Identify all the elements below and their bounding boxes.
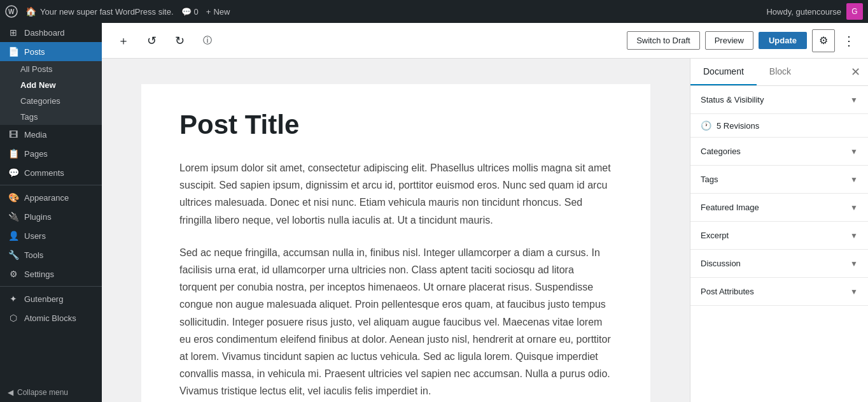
sidebar-item-settings[interactable]: ⚙ Settings xyxy=(0,264,102,284)
plus-icon: + xyxy=(206,7,211,17)
preview-label: Preview xyxy=(715,36,744,45)
toolbar-actions: Switch to Draft Preview Update ⚙ ⋮ xyxy=(627,29,858,52)
more-options-button[interactable]: ⋮ xyxy=(840,31,858,51)
discussion-section: Discussion ▼ xyxy=(690,250,868,278)
admin-bar: W 🏠 Your new super fast WordPress site. … xyxy=(0,0,868,23)
excerpt-section: Excerpt ▼ xyxy=(690,222,868,250)
featured-image-header[interactable]: Featured Image ▼ xyxy=(690,194,868,221)
discussion-label: Discussion xyxy=(701,259,741,268)
sidebar-label-media: Media xyxy=(24,130,46,140)
users-icon: 👤 xyxy=(8,231,19,241)
status-visibility-section: Status & Visibility ▼ xyxy=(690,86,868,114)
posts-submenu: All Posts Add New Categories Tags xyxy=(0,61,102,125)
post-editor[interactable]: Post Title Lorem ipsum dolor sit amet, c… xyxy=(102,59,690,402)
redo-button[interactable]: ↻ xyxy=(168,29,191,52)
comment-icon: 💬 xyxy=(181,7,192,17)
sidebar-label-settings: Settings xyxy=(24,269,54,279)
dashboard-icon: ⊞ xyxy=(8,27,19,38)
sidebar-item-plugins[interactable]: 🔌 Plugins xyxy=(0,207,102,226)
sidebar-item-users[interactable]: 👤 Users xyxy=(0,226,102,245)
sidebar-item-pages[interactable]: 📋 Pages xyxy=(0,144,102,163)
sidebar-item-gutenberg[interactable]: ✦ Gutenberg xyxy=(0,289,102,308)
comments-count: 0 xyxy=(194,7,199,17)
new-link[interactable]: + New xyxy=(206,7,230,17)
info-button[interactable]: ⓘ xyxy=(196,29,219,52)
post-attributes-header[interactable]: Post Attributes ▼ xyxy=(690,278,868,305)
post-title[interactable]: Post Title xyxy=(179,110,612,140)
undo-button[interactable]: ↺ xyxy=(140,29,163,52)
revisions-label: 5 Revisions xyxy=(717,121,759,131)
excerpt-header[interactable]: Excerpt ▼ xyxy=(690,222,868,249)
avatar[interactable]: G xyxy=(846,3,863,20)
panel-tabs: Document Block ✕ xyxy=(690,59,868,86)
wp-logo-icon: W xyxy=(5,5,18,18)
sidebar-item-comments[interactable]: 💬 Comments xyxy=(0,163,102,182)
pages-icon: 📋 xyxy=(8,148,19,159)
sidebar-item-appearance[interactable]: 🎨 Appearance xyxy=(0,188,102,207)
sidebar-label-tools: Tools xyxy=(24,250,43,260)
panel-close-button[interactable]: ✕ xyxy=(843,60,868,84)
document-tab-label: Document xyxy=(703,66,744,76)
plugins-icon: 🔌 xyxy=(8,212,19,222)
site-name[interactable]: 🏠 Your new super fast WordPress site. xyxy=(25,6,174,17)
post-attributes-label: Post Attributes xyxy=(701,287,754,296)
revisions-icon: 🕐 xyxy=(701,120,711,131)
atomic-blocks-icon: ⬡ xyxy=(8,313,19,323)
editor-wrapper: ＋ ↺ ↻ ⓘ Switch to Draft Preview Update ⚙… xyxy=(102,23,868,402)
admin-bar-right: Howdy, gutencourse G xyxy=(766,3,863,20)
sidebar-label-dashboard: Dashboard xyxy=(24,28,65,38)
settings-toggle-button[interactable]: ⚙ xyxy=(812,29,835,52)
status-visibility-chevron: ▼ xyxy=(850,96,858,104)
sidebar-item-posts[interactable]: 📄 Posts xyxy=(0,42,102,61)
revisions-row[interactable]: 🕐 5 Revisions xyxy=(690,114,868,138)
site-name-text: Your new super fast WordPress site. xyxy=(40,7,174,17)
categories-label: Categories xyxy=(20,96,60,106)
sidebar-label-posts: Posts xyxy=(24,47,45,57)
sidebar-label-appearance: Appearance xyxy=(24,193,69,203)
block-tab-label: Block xyxy=(769,66,791,76)
sidebar-item-tools[interactable]: 🔧 Tools xyxy=(0,245,102,264)
update-button[interactable]: Update xyxy=(759,32,807,49)
switch-to-draft-button[interactable]: Switch to Draft xyxy=(627,31,700,50)
sidebar-item-categories[interactable]: Categories xyxy=(0,93,102,109)
tags-header[interactable]: Tags ▼ xyxy=(690,166,868,193)
paragraph-1: Lorem ipsum dolor sit amet, consectetur … xyxy=(179,159,612,229)
sidebar: ⊞ Dashboard 📄 Posts All Posts Add New Ca… xyxy=(0,23,102,402)
status-visibility-label: Status & Visibility xyxy=(701,95,764,104)
add-block-button[interactable]: ＋ xyxy=(112,29,135,52)
collapse-menu[interactable]: ◀ Collapse menu xyxy=(0,383,102,402)
featured-image-chevron: ▼ xyxy=(850,203,858,212)
categories-section: Categories ▼ xyxy=(690,138,868,166)
tags-label: Tags xyxy=(701,175,718,184)
excerpt-label: Excerpt xyxy=(701,231,729,240)
categories-chevron: ▼ xyxy=(850,147,858,156)
sidebar-divider-2 xyxy=(0,286,102,287)
switch-draft-label: Switch to Draft xyxy=(636,36,690,45)
howdy-text: Howdy, gutencourse xyxy=(766,7,841,17)
tab-document[interactable]: Document xyxy=(690,59,757,85)
categories-header[interactable]: Categories ▼ xyxy=(690,138,868,165)
tags-chevron: ▼ xyxy=(850,175,858,184)
sidebar-label-users: Users xyxy=(24,231,46,241)
settings-icon: ⚙ xyxy=(8,269,19,279)
sidebar-item-media[interactable]: 🎞 Media xyxy=(0,125,102,144)
sidebar-item-dashboard[interactable]: ⊞ Dashboard xyxy=(0,23,102,42)
status-visibility-header[interactable]: Status & Visibility ▼ xyxy=(690,86,868,113)
featured-image-section: Featured Image ▼ xyxy=(690,194,868,222)
sidebar-label-atomic-blocks: Atomic Blocks xyxy=(24,313,76,323)
preview-button[interactable]: Preview xyxy=(705,31,753,50)
post-attributes-chevron: ▼ xyxy=(850,287,858,296)
post-body[interactable]: Lorem ipsum dolor sit amet, consectetur … xyxy=(179,159,612,402)
sidebar-item-add-new[interactable]: Add New xyxy=(0,77,102,93)
editor-toolbar: ＋ ↺ ↻ ⓘ Switch to Draft Preview Update ⚙… xyxy=(102,23,868,59)
discussion-header[interactable]: Discussion ▼ xyxy=(690,250,868,277)
sidebar-item-tags[interactable]: Tags xyxy=(0,109,102,125)
sidebar-item-all-posts[interactable]: All Posts xyxy=(0,61,102,77)
appearance-icon: 🎨 xyxy=(8,192,19,203)
sidebar-item-atomic-blocks[interactable]: ⬡ Atomic Blocks xyxy=(0,308,102,327)
post-editor-inner: Post Title Lorem ipsum dolor sit amet, c… xyxy=(141,84,650,402)
editor-content-area: Post Title Lorem ipsum dolor sit amet, c… xyxy=(102,59,868,402)
tags-section: Tags ▼ xyxy=(690,166,868,194)
comments-link[interactable]: 💬 0 xyxy=(181,7,199,17)
tab-block[interactable]: Block xyxy=(757,59,804,85)
